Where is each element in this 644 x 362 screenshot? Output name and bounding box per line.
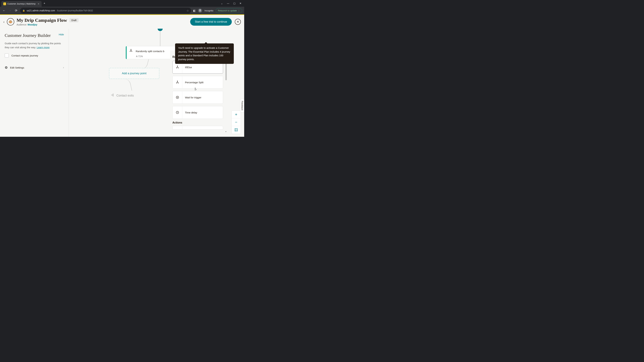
page-title: My Drip Campaign Flow: [16, 17, 67, 23]
browser-titlebar: 🐵 Customer Journeys | Mailchimp ✕ + ⌄ — …: [0, 0, 244, 7]
rule-wait-for-trigger[interactable]: Wait for trigger: [172, 91, 223, 104]
svg-point-1: [130, 51, 130, 52]
favicon-icon: 🐵: [3, 2, 6, 5]
zoom-controls: + −: [232, 110, 241, 134]
svg-point-4: [176, 68, 177, 68]
feedback-tab[interactable]: Feedback: [240, 99, 244, 112]
split-node-text: Randomly split contacts b: [136, 50, 164, 53]
start-trial-button[interactable]: Start a free trial to continue: [190, 18, 232, 26]
edit-settings-row[interactable]: ⚙ Edit Settings ›: [5, 64, 64, 71]
menu-dots-icon: ⋮: [238, 9, 240, 12]
bookmark-star-icon[interactable]: ☆: [186, 9, 189, 12]
tab-title: Customer Journeys | Mailchimp: [8, 3, 36, 5]
upgrade-tooltip: You'll need to upgrade to activate a Cus…: [175, 43, 234, 64]
zoom-in-button[interactable]: +: [232, 111, 241, 118]
add-journey-point-button[interactable]: Add a journey point: [109, 68, 159, 79]
split-ratio-label: A 71%: [136, 55, 172, 58]
rule-time-delay[interactable]: Time delay: [172, 106, 223, 119]
split-node[interactable]: Randomly split contacts b A 71%: [126, 46, 176, 59]
action-icon: [172, 126, 182, 129]
url-host: us21.admin.mailchimp.com: [27, 9, 55, 12]
tab-close-icon[interactable]: ✕: [38, 2, 40, 5]
svg-rect-11: [235, 129, 237, 131]
app-content: ‹ 🐵 My Drip Campaign Flow Draft Audience…: [0, 14, 244, 137]
scroll-down-icon[interactable]: ▼: [225, 131, 227, 133]
hide-link[interactable]: Hide: [59, 33, 64, 36]
sidebar: Customer Journey Builder Hide Guide each…: [0, 29, 69, 137]
incognito-label: Incognito: [204, 9, 213, 12]
contact-exits-node: Contact exits: [111, 93, 134, 98]
audience-line: Audience: Moodjoy: [16, 23, 78, 26]
start-node-icon: [158, 29, 163, 31]
exit-icon: [111, 93, 114, 98]
split-icon: [129, 49, 133, 53]
pause-icon: [172, 91, 182, 104]
window-controls: ⌄ — ▢ ✕: [221, 2, 244, 5]
learn-more-link[interactable]: Learn more: [37, 46, 50, 49]
svg-point-8: [178, 83, 178, 83]
gear-icon: ⚙: [5, 65, 8, 69]
url-bar[interactable]: 🔒 us21.admin.mailchimp.com/customer-jour…: [20, 8, 191, 13]
browser-toolbar: ← → ⟳ 🔒 us21.admin.mailchimp.com/custome…: [0, 7, 244, 14]
lock-icon: 🔒: [22, 9, 25, 12]
minimize-icon[interactable]: —: [227, 2, 229, 5]
relaunch-button[interactable]: Relaunch to update ⋮: [216, 8, 242, 13]
contact-repeats-checkbox[interactable]: [5, 53, 9, 57]
audience-link[interactable]: Moodjoy: [28, 23, 38, 26]
contact-repeats-row: Contact repeats journey: [5, 53, 64, 57]
zoom-fit-button[interactable]: [232, 126, 241, 134]
rule-percentage-split[interactable]: Percentage Split: [172, 76, 223, 89]
clock-icon: [172, 106, 182, 119]
chevron-down-icon[interactable]: ⌄: [221, 2, 223, 5]
close-window-icon[interactable]: ✕: [240, 2, 242, 5]
svg-point-9: [176, 96, 178, 99]
new-tab-button[interactable]: +: [44, 2, 45, 5]
svg-point-7: [176, 83, 177, 83]
status-badge: Draft: [70, 18, 78, 22]
edit-settings-label: Edit Settings: [10, 66, 61, 69]
chevron-right-icon: ›: [63, 66, 64, 69]
reload-button[interactable]: ⟳: [14, 9, 18, 12]
sidebar-description: Guide each contact's journey by plotting…: [5, 41, 64, 49]
svg-point-6: [177, 81, 178, 81]
connector-curve: [138, 59, 149, 69]
close-button[interactable]: ✕: [235, 19, 241, 25]
connector-curve: [121, 79, 132, 91]
svg-point-5: [178, 68, 178, 68]
contact-repeats-label: Contact repeats journey: [12, 54, 38, 57]
action-card[interactable]: [172, 126, 223, 130]
svg-point-3: [177, 66, 178, 66]
back-chevron-icon[interactable]: ‹: [3, 20, 4, 24]
connector-line: [160, 31, 160, 46]
app-header: ‹ 🐵 My Drip Campaign Flow Draft Audience…: [0, 15, 244, 29]
browser-tab[interactable]: 🐵 Customer Journeys | Mailchimp ✕: [1, 1, 42, 7]
split-icon: [172, 76, 182, 88]
url-path: /customer-journey/builder?id=3632: [57, 9, 93, 12]
forward-button[interactable]: →: [8, 9, 12, 12]
mailchimp-logo-icon[interactable]: 🐵: [7, 18, 14, 25]
zoom-out-button[interactable]: −: [232, 118, 241, 126]
incognito-icon[interactable]: [198, 8, 202, 12]
svg-point-0: [131, 49, 131, 50]
maximize-icon[interactable]: ▢: [233, 2, 236, 5]
actions-section-title: Actions: [172, 121, 226, 124]
svg-point-2: [132, 51, 132, 52]
side-panel-icon[interactable]: ◧: [193, 9, 196, 12]
sidebar-title: Customer Journey Builder: [5, 33, 51, 38]
back-button[interactable]: ←: [2, 9, 6, 12]
